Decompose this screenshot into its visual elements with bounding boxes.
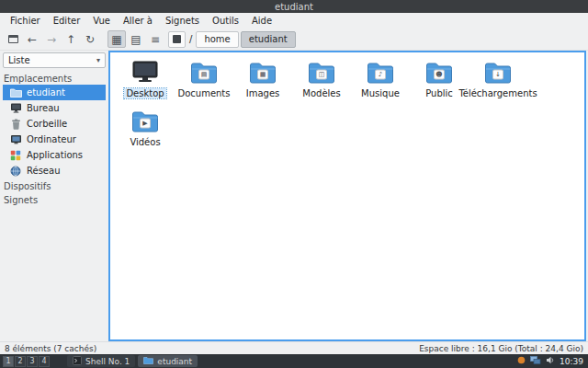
sidebar-item-label: etudiant [27, 87, 65, 98]
sidebar-item-corbeille[interactable]: Corbeille [3, 116, 106, 132]
file-item-images[interactable]: ▦ Images [233, 56, 292, 105]
menubar: Fichier Editer Vue Aller à Signets Outil… [0, 13, 588, 29]
file-label: Documents [175, 88, 232, 98]
icon-view-button[interactable]: ▦ [107, 30, 126, 48]
trash-icon [9, 119, 22, 130]
videos-emblem-icon: ▶ [140, 119, 151, 129]
file-label: Téléchargements [457, 88, 538, 98]
sidebar-item-bureau[interactable]: Bureau [3, 100, 106, 116]
menu-fichier[interactable]: Fichier [4, 13, 47, 29]
sidebar-view-select[interactable]: Liste ▾ [3, 52, 106, 68]
taskbar: 1 2 3 4 Shell No. 1 etudiant [0, 354, 588, 368]
desktop-icon [131, 60, 159, 86]
file-item-modeles[interactable]: ◫ Modèles [292, 56, 351, 105]
network-icon [9, 166, 22, 177]
drive-icon [173, 35, 181, 43]
sidebar-item-etudiant[interactable]: etudiant [3, 85, 106, 100]
sidebar-section-dispositifs[interactable]: Dispositifs [3, 178, 106, 192]
file-label: Vidéos [128, 137, 162, 147]
up-button[interactable]: ↑ [62, 30, 80, 48]
file-label: Public [424, 88, 455, 98]
public-emblem-icon: ☻ [434, 70, 445, 80]
path-root-separator[interactable]: / [187, 34, 194, 44]
folder-icon: ↓ [484, 60, 512, 86]
sidebar-item-label: Ordinateur [27, 134, 76, 144]
file-view[interactable]: Desktop ▤ Documents ▦ Images ◫ [108, 51, 586, 341]
folder-icon: ▤ [190, 60, 218, 86]
menu-aller-a[interactable]: Aller à [117, 13, 159, 29]
file-item-videos[interactable]: ▶ Vidéos [116, 105, 175, 154]
workspace-1-button[interactable]: 1 [3, 356, 14, 367]
file-item-desktop[interactable]: Desktop [116, 56, 175, 105]
workspace-3-button[interactable]: 3 [27, 356, 38, 367]
terminal-icon [73, 356, 82, 367]
sidebar-item-reseau[interactable]: Réseau [3, 163, 106, 178]
path-bar: / home etudiant [168, 31, 296, 48]
tray-volume-icon[interactable] [546, 356, 555, 366]
workspace-2-button[interactable]: 2 [15, 356, 26, 367]
folder-icon: ♪ [367, 60, 394, 86]
sidebar-item-label: Corbeille [27, 119, 67, 129]
file-label: Modèles [300, 88, 342, 98]
sidebar-item-applications[interactable]: Applications [3, 147, 106, 163]
folder-icon: ◫ [308, 60, 335, 86]
folder-icon: ☻ [425, 60, 453, 86]
sidebar-view-value: Liste [8, 55, 30, 65]
file-label: Musique [359, 88, 401, 98]
menu-editer[interactable]: Editer [47, 13, 87, 29]
new-window-icon [8, 35, 18, 43]
refresh-icon: ↻ [85, 33, 95, 46]
menu-vue[interactable]: Vue [86, 13, 117, 29]
chevron-down-icon: ▾ [96, 56, 100, 64]
path-segment-etudiant[interactable]: etudiant [241, 31, 296, 48]
path-segment-home[interactable]: home [196, 31, 238, 48]
computer-icon [9, 134, 22, 144]
music-emblem-icon: ♪ [375, 70, 386, 80]
file-item-telechargements[interactable]: ↓ Téléchargements [469, 56, 527, 105]
task-label: etudiant [157, 357, 192, 366]
tray-network-icon[interactable] [530, 356, 541, 367]
taskbar-task-shell[interactable]: Shell No. 1 [67, 355, 135, 367]
new-window-button[interactable] [4, 30, 22, 48]
sidebar-section-emplacements[interactable]: Emplacements [3, 71, 106, 85]
forward-button[interactable]: → [42, 30, 61, 48]
sidebar-section-signets[interactable]: Signets [3, 192, 106, 206]
path-segment-label: etudiant [249, 34, 288, 44]
sidebar-item-ordinateur[interactable]: Ordinateur [3, 132, 106, 147]
menu-aide[interactable]: Aide [245, 13, 278, 29]
taskbar-clock[interactable]: 10:39 [560, 357, 583, 366]
file-item-documents[interactable]: ▤ Documents [175, 56, 233, 105]
workspace-4-button[interactable]: 4 [39, 356, 50, 367]
file-item-musique[interactable]: ♪ Musique [351, 56, 410, 105]
folder-icon: ▶ [131, 109, 159, 134]
menu-outils[interactable]: Outils [206, 13, 245, 29]
list-view-button[interactable]: ≡ [146, 30, 164, 48]
file-manager-window: etudiant Fichier Editer Vue Aller à Sign… [0, 0, 588, 368]
back-button[interactable]: ← [23, 30, 41, 48]
menu-signets[interactable]: Signets [159, 13, 206, 29]
forward-icon: → [47, 33, 56, 46]
statusbar-free-space: Espace libre : 16,1 Gio (Total : 24,4 Gi… [419, 344, 583, 353]
compact-view-button[interactable]: ▤ [127, 30, 145, 48]
places-button[interactable] [168, 31, 186, 48]
file-label: Images [244, 88, 282, 98]
taskbar-task-etudiant[interactable]: etudiant [138, 355, 198, 367]
sidebar-item-label: Réseau [27, 166, 60, 176]
toolbar: ← → ↑ ↻ ▦ ▤ ≡ / home etudiant [0, 29, 588, 51]
images-emblem-icon: ▦ [257, 70, 268, 80]
file-label: Desktop [124, 88, 165, 98]
refresh-button[interactable]: ↻ [81, 30, 99, 48]
folder-icon [143, 356, 153, 366]
system-tray: 10:39 [517, 356, 585, 367]
icon-view-icon: ▦ [111, 33, 121, 46]
documents-emblem-icon: ▤ [198, 70, 209, 80]
applications-icon [9, 150, 22, 161]
templates-emblem-icon: ◫ [316, 70, 327, 80]
tray-status-icon[interactable] [517, 356, 526, 366]
back-icon: ← [28, 33, 37, 46]
sidebar-item-label: Applications [27, 150, 83, 160]
titlebar[interactable]: etudiant [0, 0, 588, 13]
statusbar: 8 éléments (7 cachés) Espace libre : 16,… [0, 341, 588, 354]
home-folder-icon [9, 87, 22, 98]
compact-view-icon: ▤ [130, 33, 141, 46]
